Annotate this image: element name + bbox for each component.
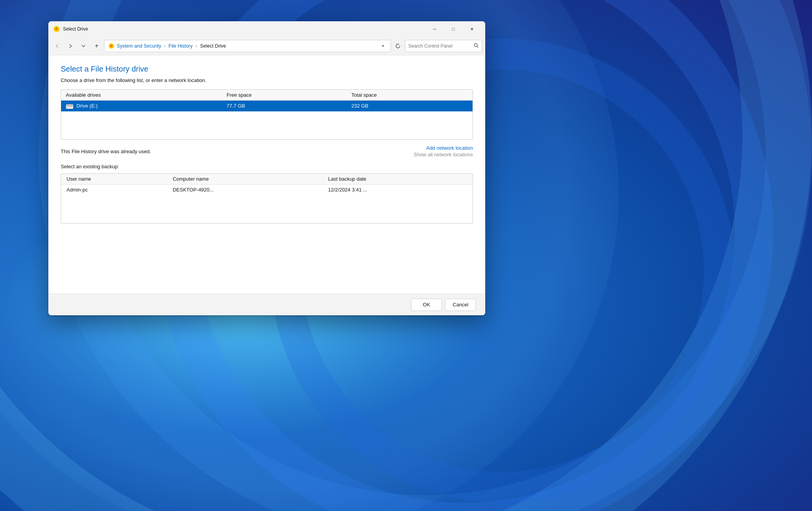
- recent-locations-button[interactable]: [78, 40, 89, 52]
- drive-name: Drive (E:): [77, 103, 98, 109]
- drive-row[interactable]: Drive (E:) 77.7 GB 232 GB: [61, 101, 473, 111]
- breadcrumb-part-1[interactable]: System and Security: [117, 43, 161, 49]
- backup-computer-name: DESKTOP-4920...: [167, 185, 323, 195]
- nav-bar: System and Security › File History › Sel…: [48, 37, 485, 55]
- back-button[interactable]: [51, 40, 63, 52]
- select-drive-dialog: Select Drive ─ □ ✕: [48, 21, 485, 315]
- maximize-button[interactable]: □: [444, 23, 462, 35]
- status-row: This File History drive was already used…: [61, 145, 473, 157]
- title-bar-icon: [53, 26, 60, 32]
- backup-user-name: Admin-pc: [61, 185, 167, 195]
- footer: OK Cancel: [48, 294, 485, 315]
- page-title: Select a File History drive: [61, 65, 473, 73]
- minimize-button[interactable]: ─: [426, 23, 444, 35]
- backup-row[interactable]: Admin-pc DESKTOP-4920... 12/2/2024 3:41 …: [61, 185, 473, 195]
- add-network-location-link[interactable]: Add network location: [426, 145, 473, 151]
- col-user-name: User name: [61, 174, 167, 185]
- main-content: Select a File History drive Choose a dri…: [48, 55, 485, 294]
- subtitle: Choose a drive from the following list, …: [61, 77, 473, 83]
- svg-point-10: [71, 105, 72, 106]
- drive-total-space: 232 GB: [347, 101, 473, 111]
- svg-rect-9: [67, 105, 69, 106]
- breadcrumb-part-2[interactable]: File History: [169, 43, 193, 49]
- col-free-space: Free space: [222, 90, 347, 101]
- search-input[interactable]: [408, 43, 471, 49]
- window-controls: ─ □ ✕: [426, 23, 481, 35]
- breadcrumb-text: System and Security › File History › Sel…: [117, 43, 379, 49]
- ok-button[interactable]: OK: [411, 299, 442, 311]
- network-links: Add network location Show all network lo…: [414, 145, 473, 157]
- cancel-button[interactable]: Cancel: [445, 299, 476, 311]
- up-button[interactable]: [91, 40, 102, 52]
- backup-table: User name Computer name Last backup date…: [61, 174, 473, 195]
- backup-last-date: 12/2/2024 3:41 ...: [322, 185, 473, 195]
- title-bar: Select Drive ─ □ ✕: [48, 21, 485, 37]
- drives-table: Available drives Free space Total space: [61, 90, 473, 111]
- address-bar-icon: [108, 43, 114, 49]
- address-dropdown-icon[interactable]: ▾: [379, 44, 387, 48]
- drive-free-space: 77.7 GB: [222, 101, 347, 111]
- refresh-button[interactable]: [392, 41, 403, 51]
- svg-point-5: [111, 45, 112, 47]
- show-network-locations-link[interactable]: Show all network locations: [414, 152, 473, 157]
- backup-section-label: Select an existing backup:: [61, 164, 473, 169]
- drive-icon: [66, 104, 73, 109]
- window-title: Select Drive: [63, 26, 426, 32]
- close-button[interactable]: ✕: [463, 23, 481, 35]
- search-icon[interactable]: [474, 43, 479, 49]
- forward-button[interactable]: [65, 40, 76, 52]
- address-bar[interactable]: System and Security › File History › Sel…: [104, 40, 391, 52]
- col-total-space: Total space: [347, 90, 473, 101]
- breadcrumb-part-3: Select Drive: [200, 43, 226, 49]
- search-box: [405, 40, 482, 52]
- status-text: This File History drive was already used…: [61, 149, 151, 154]
- backup-table-container: User name Computer name Last backup date…: [61, 173, 473, 224]
- drive-name-cell: Drive (E:): [61, 101, 222, 111]
- drives-table-container: Available drives Free space Total space: [61, 89, 473, 140]
- col-last-backup-date: Last backup date: [322, 174, 473, 185]
- col-computer-name: Computer name: [167, 174, 323, 185]
- svg-point-2: [56, 28, 57, 30]
- col-available-drives: Available drives: [61, 90, 222, 101]
